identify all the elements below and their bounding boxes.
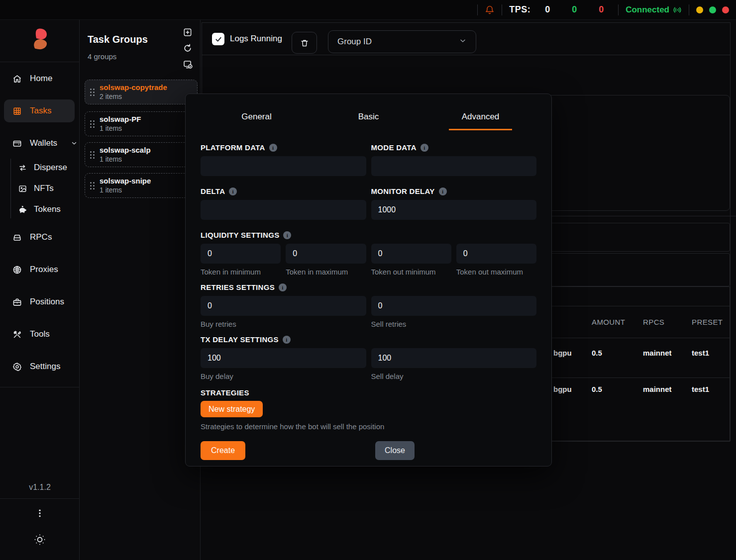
theme-sun-icon[interactable] — [0, 534, 80, 546]
cell-amount: 0.5 — [592, 349, 602, 357]
drag-handle-icon[interactable] — [90, 89, 95, 96]
retries-settings-label: RETRIES SETTINGS i — [201, 283, 536, 291]
platform-data-label: PLATFORM DATA i — [201, 143, 366, 152]
status-dot-yellow — [696, 6, 703, 13]
group-id-select[interactable]: Group ID — [328, 30, 476, 53]
sidebar-item-label: Positions — [30, 297, 64, 307]
sidebar-item-label: Tools — [30, 329, 50, 339]
status-dots — [696, 6, 729, 13]
sidebar-item-positions[interactable]: Positions — [0, 293, 80, 311]
sell-delay-input[interactable] — [371, 348, 537, 368]
select-all-icon[interactable] — [182, 59, 193, 70]
token-in-minimum-input[interactable] — [201, 244, 281, 264]
kebab-menu-icon[interactable] — [0, 507, 80, 519]
sell-retries-input[interactable] — [371, 296, 537, 316]
token-out-minimum-input[interactable] — [371, 244, 451, 264]
add-group-icon[interactable] — [182, 27, 193, 38]
sidebar-item-disperse[interactable]: Disperse — [0, 159, 80, 176]
sidebar-item-tools[interactable]: Tools — [0, 325, 80, 343]
cell-token: bgpu — [553, 349, 572, 357]
info-icon[interactable]: i — [283, 336, 291, 344]
field-caption: Buy retries — [201, 320, 366, 328]
sidebar-item-label: Proxies — [30, 265, 58, 275]
field-caption: Token out minimum — [371, 268, 451, 276]
proxies-icon — [12, 265, 22, 275]
tokens-icon — [18, 205, 27, 214]
info-icon[interactable]: i — [439, 187, 447, 195]
cell-rpcs: mainnet — [643, 349, 672, 357]
close-button[interactable]: Close — [375, 441, 415, 460]
refresh-icon[interactable] — [182, 43, 193, 54]
status-dot-green — [709, 6, 716, 13]
sidebar-item-proxies[interactable]: Proxies — [0, 261, 80, 279]
field-caption: Token in maximum — [286, 268, 366, 276]
delta-input[interactable] — [201, 200, 366, 220]
sidebar-divider — [0, 62, 80, 62]
sidebar-item-settings[interactable]: Settings — [0, 358, 80, 375]
settings-icon — [12, 362, 22, 372]
task-groups-count: 4 groups — [88, 52, 116, 61]
connection-status: Connected — [626, 5, 682, 15]
drag-handle-icon[interactable] — [90, 120, 95, 128]
cell-preset: test1 — [692, 349, 709, 357]
token-in-maximum-input[interactable] — [286, 244, 366, 264]
sidebar-item-rpcs[interactable]: RPCs — [0, 228, 80, 246]
info-icon[interactable]: i — [279, 283, 287, 291]
field-caption: Token out maximum — [456, 268, 536, 276]
app-root: TPS: 0 0 0 Connected — [0, 0, 736, 560]
connection-status-label: Connected — [626, 5, 669, 15]
sidebar-item-label: Disperse — [34, 163, 67, 173]
task-group-row[interactable]: solswap-snipe 1 items — [85, 173, 198, 198]
strategies-caption: Strategies to determine how the bot will… — [201, 422, 536, 431]
cell-amount: 0.5 — [592, 385, 602, 393]
app-logo[interactable] — [0, 22, 80, 57]
sidebar-item-wallets[interactable]: Wallets — [0, 134, 80, 152]
info-icon[interactable]: i — [229, 187, 237, 195]
checkbox-check-icon — [214, 35, 222, 43]
notifications-bell-icon[interactable] — [485, 5, 495, 15]
delete-logs-button[interactable] — [292, 32, 317, 54]
table-header-amount: AMOUNT — [592, 318, 625, 326]
drag-handle-icon[interactable] — [90, 151, 95, 159]
monitor-delay-input[interactable] — [371, 200, 537, 220]
sidebar-item-label: Wallets — [30, 138, 57, 148]
drag-handle-icon[interactable] — [90, 182, 95, 189]
create-button[interactable]: Create — [201, 441, 245, 460]
modal-tabs: General Basic Advanced — [201, 106, 536, 130]
tasks-icon — [12, 106, 22, 116]
info-icon[interactable]: i — [421, 144, 428, 152]
token-out-maximum-input[interactable] — [456, 244, 536, 264]
logs-running-checkbox[interactable] — [212, 33, 224, 45]
sidebar-item-label: NFTs — [34, 184, 54, 193]
tab-general[interactable]: General — [228, 106, 284, 130]
info-icon[interactable]: i — [283, 231, 291, 239]
field-caption: Sell retries — [371, 320, 537, 328]
sidebar-item-label: Tokens — [34, 204, 61, 214]
sidebar: Home Tasks Wallets Disperse — [0, 20, 80, 560]
nfts-icon — [18, 184, 27, 193]
tab-basic[interactable]: Basic — [345, 106, 392, 130]
buy-retries-input[interactable] — [201, 296, 366, 316]
sidebar-item-tokens[interactable]: Tokens — [0, 201, 80, 218]
task-group-row[interactable]: solswap-PF 1 items — [85, 111, 198, 136]
task-group-row[interactable]: solswap-scalp 1 items — [85, 142, 198, 167]
tps-value-success: 0 — [564, 4, 584, 15]
info-icon[interactable]: i — [269, 144, 277, 152]
sidebar-item-tasks[interactable]: Tasks — [0, 102, 80, 120]
topbar-divider — [618, 4, 619, 15]
new-strategy-button[interactable]: New strategy — [201, 401, 263, 417]
monitor-delay-label: MONITOR DELAY i — [371, 187, 537, 195]
platform-data-input[interactable] — [201, 156, 366, 176]
sidebar-item-nfts[interactable]: NFTs — [0, 180, 80, 197]
buy-delay-input[interactable] — [201, 348, 366, 368]
sidebar-item-label: Home — [30, 74, 52, 84]
table-header-rpcs: RPCS — [643, 318, 664, 326]
task-group-count: 1 items — [100, 155, 151, 164]
mode-data-input[interactable] — [371, 156, 537, 176]
task-group-name: solswap-PF — [100, 115, 141, 124]
tps-value-failed: 0 — [591, 4, 611, 15]
task-group-row[interactable]: solswap-copytrade 2 items — [85, 80, 198, 104]
task-groups-title: Task Groups — [88, 34, 148, 45]
sidebar-item-home[interactable]: Home — [0, 70, 80, 88]
tab-advanced[interactable]: Advanced — [449, 106, 513, 130]
